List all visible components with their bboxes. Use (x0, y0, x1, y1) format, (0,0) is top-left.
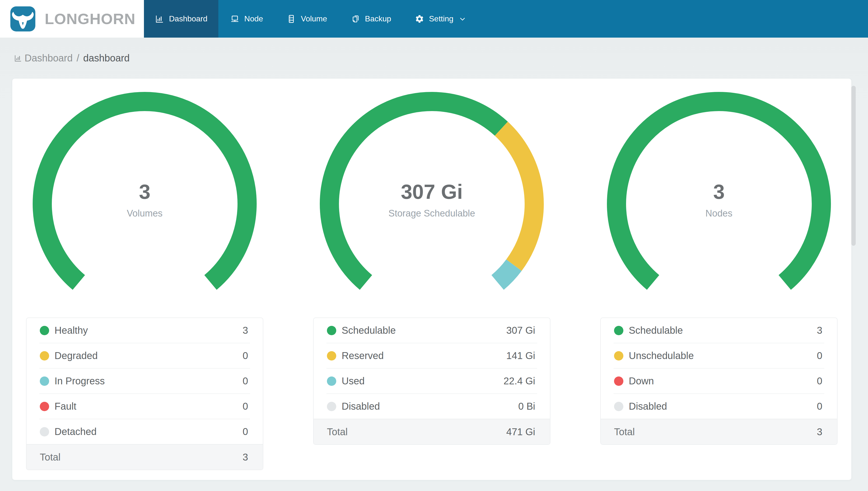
dashboard-chart-icon (14, 54, 22, 62)
breadcrumb-root-link[interactable]: Dashboard (25, 53, 73, 64)
chevron-down-icon (459, 15, 466, 23)
table-row: Disabled 0 Bi (314, 394, 550, 419)
table-row: In Progress 0 (27, 369, 263, 394)
row-label: Down (629, 375, 654, 386)
storage-panel: 307 Gi Storage Schedulable Schedulable 3… (313, 79, 551, 480)
row-label: Healthy (55, 325, 88, 336)
row-label: Fault (55, 401, 76, 412)
row-value: 0 (817, 350, 822, 361)
nodes-gauge-chart[interactable]: 3 Nodes (601, 86, 837, 318)
brand-name: LONGHORN (45, 10, 135, 28)
nav-label: Setting (429, 14, 454, 23)
volumes-gauge-chart[interactable]: 3 Volumes (27, 86, 262, 318)
row-value: 22.4 Gi (503, 375, 535, 386)
row-label: Unschedulable (629, 350, 694, 361)
row-value: 3 (243, 325, 248, 336)
disabled-node-dot (614, 402, 623, 411)
nav-label: Volume (301, 14, 327, 23)
total-row: Total 471 Gi (314, 419, 550, 444)
node-status-table: Schedulable 3 Unschedulable 0 Down 0 Dis… (600, 318, 838, 445)
disabled-storage-dot (327, 402, 336, 411)
row-value: 0 (243, 375, 248, 386)
row-label: Degraded (55, 350, 98, 361)
row-value: 0 (817, 401, 822, 412)
longhorn-bull-icon (10, 6, 36, 32)
table-row: Down 0 (601, 369, 837, 394)
nodes-panel: 3 Nodes Schedulable 3 Unschedulable 0 Do… (600, 79, 838, 480)
degraded-status-dot (40, 351, 49, 360)
table-row: Degraded 0 (27, 343, 263, 368)
app-header: LONGHORN Dashboard Node (0, 0, 868, 37)
gauge-arc (27, 86, 262, 318)
healthy-status-dot (40, 326, 49, 335)
schedulable-storage-dot (327, 326, 336, 335)
row-value: 0 Bi (518, 401, 535, 412)
storage-gauge-chart[interactable]: 307 Gi Storage Schedulable (314, 86, 550, 318)
row-value: 0 (817, 375, 822, 386)
table-row: Healthy 3 (27, 318, 263, 343)
main-nav: Dashboard Node Volume (144, 0, 478, 37)
table-row: Schedulable 3 (601, 318, 837, 343)
backup-icon (351, 14, 360, 24)
table-row: Schedulable 307 Gi (314, 318, 550, 343)
inprogress-status-dot (40, 376, 49, 386)
nav-label: Node (244, 14, 263, 23)
row-value: 0 (243, 426, 248, 437)
total-row: Total 3 (601, 419, 837, 444)
gauge-arc (601, 86, 837, 318)
setting-icon (415, 14, 424, 24)
table-row: Fault 0 (27, 394, 263, 419)
nav-item-volume[interactable]: Volume (275, 0, 339, 37)
row-label: In Progress (55, 375, 105, 386)
row-value: 141 Gi (506, 350, 535, 361)
total-value: 471 Gi (506, 426, 535, 437)
reserved-storage-dot (327, 351, 336, 360)
detached-status-dot (40, 427, 49, 436)
nav-label: Dashboard (169, 14, 208, 23)
used-storage-dot (327, 376, 336, 386)
total-label: Total (327, 426, 348, 437)
row-label: Detached (55, 426, 96, 437)
schedulable-node-dot (614, 326, 623, 335)
breadcrumb-separator: / (76, 53, 79, 64)
volume-status-table: Healthy 3 Degraded 0 In Progress 0 Fault… (26, 318, 263, 470)
nav-item-node[interactable]: Node (218, 0, 275, 37)
total-label: Total (40, 452, 61, 463)
table-row: Detached 0 (27, 419, 263, 444)
breadcrumb: Dashboard / dashboard (0, 37, 868, 79)
row-label: Schedulable (342, 325, 396, 336)
nav-item-setting[interactable]: Setting (403, 0, 478, 37)
table-row: Disabled 0 (601, 394, 837, 419)
row-value: 307 Gi (506, 325, 535, 336)
row-label: Reserved (342, 350, 384, 361)
row-label: Used (342, 375, 365, 386)
table-row: Reserved 141 Gi (314, 343, 550, 368)
row-label: Disabled (342, 401, 380, 412)
volume-icon (287, 14, 296, 24)
row-label: Disabled (629, 401, 667, 412)
row-label: Schedulable (629, 325, 683, 336)
table-row: Unschedulable 0 (601, 343, 837, 368)
gauge-arc (314, 86, 550, 318)
total-value: 3 (817, 426, 822, 437)
total-row: Total 3 (27, 444, 263, 470)
breadcrumb-current: dashboard (83, 53, 130, 64)
row-value: 3 (817, 325, 822, 336)
table-row: Used 22.4 Gi (314, 369, 550, 394)
row-value: 0 (243, 401, 248, 412)
node-icon (230, 14, 240, 24)
vertical-scrollbar-thumb[interactable] (851, 86, 856, 246)
down-node-dot (614, 376, 623, 386)
unschedulable-node-dot (614, 351, 623, 360)
fault-status-dot (40, 402, 49, 411)
volumes-panel: 3 Volumes Healthy 3 Degraded 0 In Progre… (26, 79, 263, 480)
nav-label: Backup (365, 14, 391, 23)
total-value: 3 (243, 452, 248, 463)
storage-status-table: Schedulable 307 Gi Reserved 141 Gi Used … (313, 318, 551, 445)
nav-item-backup[interactable]: Backup (339, 0, 403, 37)
dashboard-icon (155, 14, 164, 24)
row-value: 0 (243, 350, 248, 361)
longhorn-logo[interactable]: LONGHORN (0, 0, 144, 37)
total-label: Total (614, 426, 635, 437)
nav-item-dashboard[interactable]: Dashboard (144, 0, 218, 37)
